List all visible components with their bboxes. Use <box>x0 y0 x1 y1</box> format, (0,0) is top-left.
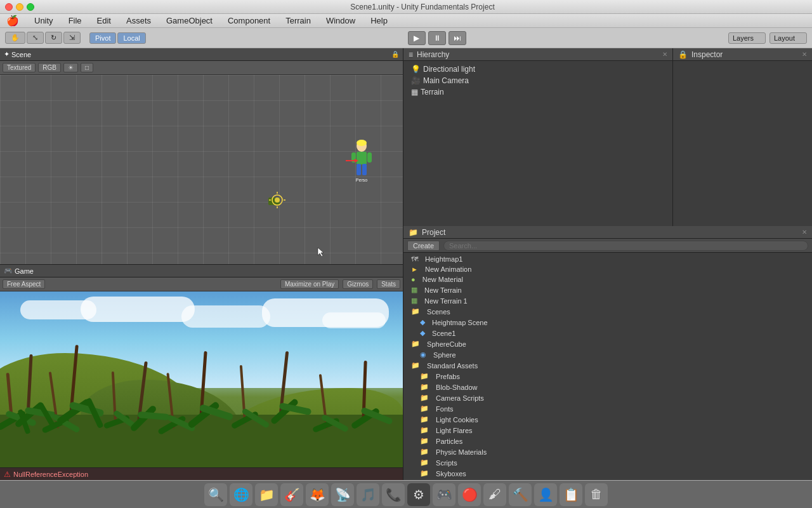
project-item-blob-shadow[interactable]: 📁 Blob-Shadow <box>403 382 812 392</box>
project-item-scenes[interactable]: 📁 Scenes <box>403 306 812 317</box>
project-item-heightmap1[interactable]: 🗺 Heightmap1 <box>403 254 812 264</box>
minimize-button[interactable] <box>16 3 23 11</box>
character-object[interactable]: Perso <box>346 138 377 183</box>
dock-music[interactable]: 🎵 <box>357 483 379 506</box>
game-toolbar: Free Aspect Maximize on Play Gizmos Stat… <box>0 277 403 291</box>
scale-tool[interactable]: ⇲ <box>63 32 81 44</box>
dock-paint[interactable]: 🖌 <box>483 483 506 506</box>
apple-menu[interactable]: 🍎 <box>4 15 22 27</box>
dock-unity[interactable]: ⚙ <box>407 483 430 506</box>
move-tool[interactable]: ⤡ <box>27 32 44 44</box>
local-button[interactable]: Local <box>117 32 145 44</box>
dock-files[interactable]: 📁 <box>255 483 278 506</box>
aspect-ratio-selector[interactable]: Free Aspect <box>3 279 45 289</box>
project-close[interactable]: ✕ <box>802 229 807 236</box>
menu-unity[interactable]: Unity <box>32 16 56 25</box>
project-header: 📁 Project ✕ <box>403 226 812 239</box>
menu-edit[interactable]: Edit <box>95 16 114 25</box>
channel-mode[interactable]: RGB <box>38 63 61 72</box>
scene-viewport[interactable]: Perso <box>0 75 403 264</box>
project-item-skyboxes[interactable]: 📁 Skyboxes <box>403 468 812 479</box>
menu-gameobject[interactable]: GameObject <box>164 16 215 25</box>
project-item-standard-assets[interactable]: 📁 Standard Assets <box>403 360 812 371</box>
dock-firefox[interactable]: 🦊 <box>306 483 329 506</box>
project-item-icon: ▦ <box>411 297 417 305</box>
project-item-particles[interactable]: 📁 Particles <box>403 436 812 446</box>
project-item-camera-scripts[interactable]: 📁 Camera Scripts <box>403 392 812 403</box>
layout-dropdown[interactable]: Layout <box>769 32 807 44</box>
palm-8 <box>202 351 205 418</box>
menubar: 🍎 Unity File Edit Assets GameObject Comp… <box>0 14 812 28</box>
pause-button[interactable]: ⏸ <box>428 31 446 45</box>
pivot-button[interactable]: Pivot <box>89 32 116 44</box>
game-tab[interactable]: 🎮 Game <box>4 267 34 275</box>
shading-mode[interactable]: Textured <box>3 63 36 72</box>
dock-guitar[interactable]: 🎸 <box>280 483 303 506</box>
dock-indesign[interactable]: 👤 <box>534 483 557 506</box>
project-item-light-cookies[interactable]: 📁 Light Cookies <box>403 414 812 425</box>
hierarchy-close[interactable]: ✕ <box>662 51 667 58</box>
maximize-on-play[interactable]: Maximize on Play <box>280 279 339 289</box>
dock-red[interactable]: 🔴 <box>458 483 481 506</box>
step-button[interactable]: ⏭ <box>449 31 466 45</box>
menu-terrain[interactable]: Terrain <box>283 16 313 25</box>
game-tab-icon: 🎮 <box>4 267 13 275</box>
project-item-prefabs[interactable]: 📁 Prefabs <box>403 371 812 382</box>
hand-tool[interactable]: ✋ <box>5 32 25 44</box>
project-item-scripts[interactable]: 📁 Scripts <box>403 457 812 468</box>
dock-notes[interactable]: 📋 <box>560 483 582 506</box>
cursor <box>315 246 324 255</box>
skybox-toggle[interactable]: □ <box>81 63 93 72</box>
inspector-close[interactable]: ✕ <box>802 51 807 58</box>
scene-tab[interactable]: ✦ Scene <box>4 50 31 58</box>
menu-window[interactable]: Window <box>324 16 358 25</box>
hierarchy-item-directional-light[interactable]: 💡 Directional light <box>403 64 672 75</box>
hierarchy-item-main-camera[interactable]: 🎥 Main Camera <box>403 75 672 86</box>
project-search-input[interactable] <box>443 241 808 251</box>
directional-light-object[interactable] <box>263 191 289 212</box>
dock-trash[interactable]: 🗑 <box>585 483 608 506</box>
dock-launchpad[interactable]: 🌐 <box>230 483 252 506</box>
dock-game[interactable]: 🎮 <box>433 483 455 506</box>
gizmos-button[interactable]: Gizmos <box>343 279 373 289</box>
project-item-label: Light Cookies <box>436 416 478 424</box>
project-item-heightmap-scene[interactable]: ◆ Heightmap Scene <box>403 317 812 328</box>
hierarchy-item-terrain[interactable]: ▦ Terrain <box>403 86 672 98</box>
project-item-physic-materials[interactable]: 📁 Physic Materials <box>403 446 812 457</box>
palm-5 <box>113 371 115 425</box>
project-item-new-terrain[interactable]: ▦ New Terrain <box>403 284 812 295</box>
scene-lock-icon[interactable]: 🔒 <box>391 51 399 58</box>
game-viewport[interactable] <box>0 291 403 467</box>
menu-assets[interactable]: Assets <box>124 16 154 25</box>
dock-finder[interactable]: 🔍 <box>204 483 227 506</box>
project-item-new-animation[interactable]: ► New Animation <box>403 264 812 274</box>
layers-dropdown[interactable]: Layers <box>728 32 766 44</box>
project-item-new-material[interactable]: ● New Material <box>403 274 812 284</box>
stats-button[interactable]: Stats <box>377 279 400 289</box>
inspector-header: 🔒 Inspector ✕ <box>673 48 812 61</box>
project-icon: 📁 <box>409 228 418 237</box>
menu-help[interactable]: Help <box>368 16 390 25</box>
maximize-button[interactable] <box>27 3 34 11</box>
close-button[interactable] <box>5 3 13 11</box>
dock-network[interactable]: 📡 <box>331 483 354 506</box>
project-item-light-flares[interactable]: 📁 Light Flares <box>403 425 812 436</box>
light-icon: 💡 <box>411 65 421 74</box>
project-item-fonts[interactable]: 📁 Fonts <box>403 403 812 414</box>
dock-phone[interactable]: 📞 <box>382 483 405 506</box>
project-item-new-terrain-1[interactable]: ▦ New Terrain 1 <box>403 295 812 306</box>
project-item-label: Particles <box>436 438 462 445</box>
menu-component[interactable]: Component <box>225 16 273 25</box>
project-item-label: Skyboxes <box>436 470 466 478</box>
dock-photoshop[interactable]: 🔨 <box>509 483 532 506</box>
menu-file[interactable]: File <box>66 16 84 25</box>
create-button[interactable]: Create <box>407 241 440 251</box>
project-item-sphere[interactable]: ◉ Sphere <box>403 349 812 360</box>
project-item-scene1[interactable]: ◆ Scene1 <box>403 328 812 338</box>
project-content: 🗺 Heightmap1► New Animation● New Materia… <box>403 253 812 480</box>
project-item-spherecube[interactable]: 📁 SphereCube <box>403 338 812 349</box>
play-button[interactable]: ▶ <box>408 31 426 45</box>
traffic-lights[interactable] <box>5 3 34 11</box>
lighting-toggle[interactable]: ☀ <box>63 63 78 72</box>
rotate-tool[interactable]: ↻ <box>45 32 62 44</box>
